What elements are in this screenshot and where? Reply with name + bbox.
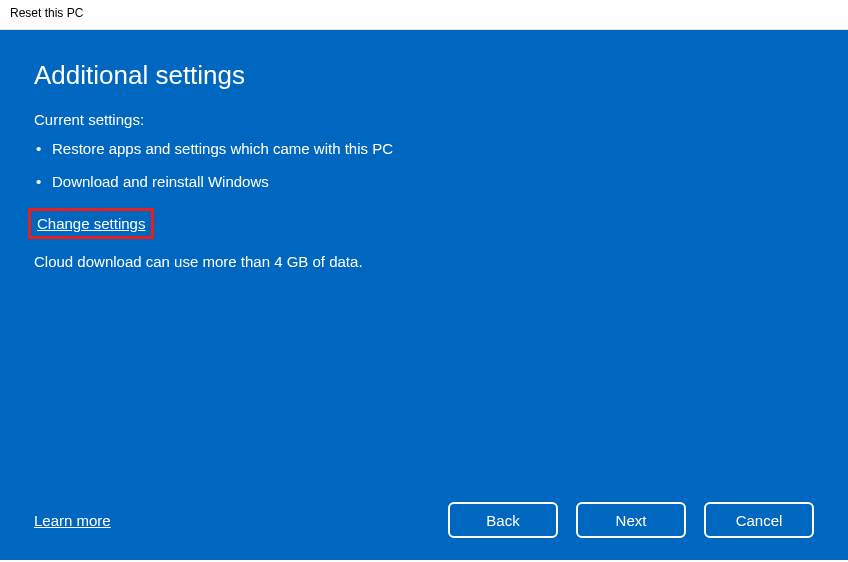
current-settings-label: Current settings: [34,111,814,128]
learn-more-link[interactable]: Learn more [34,512,111,529]
cancel-button[interactable]: Cancel [704,502,814,538]
next-button[interactable]: Next [576,502,686,538]
window-title: Reset this PC [10,6,83,20]
window-title-bar: Reset this PC [0,0,848,30]
cloud-download-note: Cloud download can use more than 4 GB of… [34,253,814,270]
settings-list-item: Download and reinstall Windows [34,171,814,192]
settings-list: Restore apps and settings which came wit… [34,138,814,192]
main-panel: Additional settings Current settings: Re… [0,30,848,560]
button-row: Back Next Cancel [448,502,814,538]
page-heading: Additional settings [34,60,814,91]
settings-list-item: Restore apps and settings which came wit… [34,138,814,159]
footer: Learn more Back Next Cancel [34,502,814,538]
change-settings-link[interactable]: Change settings [33,211,149,236]
annotation-highlight: Change settings [28,208,154,239]
back-button[interactable]: Back [448,502,558,538]
